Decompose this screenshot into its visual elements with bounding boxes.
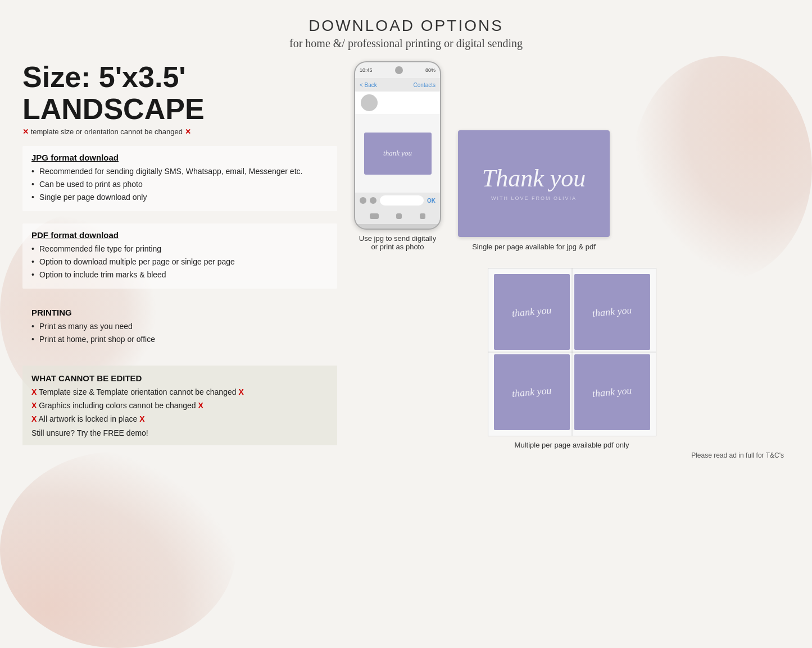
phone-nav-bar: < Back Contacts xyxy=(355,78,440,92)
phone-heart-icon xyxy=(396,213,402,219)
printing-bullet-2: Print at home, print shop or office xyxy=(31,334,328,345)
right-top-row: 10:45 80% < Back Contacts xyxy=(354,61,790,251)
page-subtitle: for home &/ professional printing or dig… xyxy=(22,37,790,50)
cannot-change-text: template size or orientation cannot be c… xyxy=(31,127,183,136)
phone-home-icon xyxy=(370,213,379,219)
x-mark-7: X xyxy=(31,414,37,423)
phone-bottom-icons xyxy=(355,208,440,224)
size-heading: Size: 5'x3.5' LANDSCAPE xyxy=(22,61,337,125)
pdf-bullet-2: Option to download multiple per page or … xyxy=(31,256,328,268)
mini-card-1: thank you xyxy=(494,274,570,350)
x-mark-2: ✕ xyxy=(185,127,191,136)
printing-section: PRINTING Print as many as you need Print… xyxy=(22,301,337,353)
cannot-edit-text-2: Graphics including colors cannot be chan… xyxy=(39,401,196,410)
x-mark-5: X xyxy=(31,401,37,410)
phone-caption: Use jpg to send digitally or print as ph… xyxy=(359,234,436,251)
phone-back-label: < Back xyxy=(360,82,377,88)
cannot-edit-item-1: X Template size & Template orientation c… xyxy=(31,386,328,398)
multi-cards-caption: Multiple per page available pdf only xyxy=(515,441,629,449)
x-mark-4: X xyxy=(238,387,243,396)
page-title: DOWNLOAD OPTIONS xyxy=(22,17,790,35)
cannot-edit-item-3: X All artwork is locked in place X xyxy=(31,413,328,425)
phone-message-field[interactable] xyxy=(380,195,424,206)
x-mark-8: X xyxy=(139,414,144,423)
jpg-bullet-1: Recommended for sending digitally SMS, W… xyxy=(31,166,328,177)
phone-caption-line2: or print as photo xyxy=(371,243,424,251)
phone-camera-icon xyxy=(360,197,366,204)
single-card-subtitle: WITH LOVE FROM OLIVIA xyxy=(491,195,577,201)
jpg-section-title: JPG format download xyxy=(31,153,328,162)
cannot-edit-title: WHAT CANNOT BE EDITED xyxy=(31,373,328,383)
phone-card-preview: thank you xyxy=(364,133,432,175)
phone-share-icon xyxy=(420,213,425,219)
mini-card-text-4: thank you xyxy=(592,385,632,400)
cannot-edit-section: WHAT CANNOT BE EDITED X Template size & … xyxy=(22,366,337,445)
phone-input-bar: OK xyxy=(355,193,440,208)
single-card-preview: Thank you WITH LOVE FROM OLIVIA xyxy=(458,130,610,237)
single-card-caption: Single per page available for jpg & pdf xyxy=(472,243,596,251)
pdf-bullet-list: Recommended file type for printing Optio… xyxy=(31,243,328,281)
multi-cards-container: thank you thank you thank you thank you … xyxy=(354,268,790,459)
jpg-bullet-list: Recommended for sending digitally SMS, W… xyxy=(31,166,328,203)
phone-battery: 80% xyxy=(425,67,436,73)
phone-contact-area xyxy=(355,92,440,114)
mini-card-4: thank you xyxy=(574,354,650,430)
jpg-bullet-2: Can be used to print as photo xyxy=(31,179,328,190)
phone-avatar-icon xyxy=(395,66,403,74)
printing-bullet-list: Print as many as you need Print at home,… xyxy=(31,321,328,345)
phone-card-text: thank you xyxy=(383,149,412,158)
phone-caption-line1: Use jpg to send digitally xyxy=(359,234,436,243)
x-mark-6: X xyxy=(198,401,203,410)
cannot-edit-text-1: Template size & Template orientation can… xyxy=(39,387,237,396)
phone-mockup: 10:45 80% < Back Contacts xyxy=(354,61,441,230)
multi-cards-sheet: thank you thank you thank you thank you xyxy=(488,268,656,436)
cannot-edit-text-3: All artwork is locked in place xyxy=(38,414,137,423)
mini-card-3: thank you xyxy=(494,354,570,430)
jpg-bullet-3: Single per page download only xyxy=(31,191,328,203)
phone-mockup-container: 10:45 80% < Back Contacts xyxy=(354,61,441,251)
mini-card-text-3: thank you xyxy=(511,385,552,400)
phone-time: 10:45 xyxy=(360,67,373,73)
tc-note: Please read ad in full for T&C's xyxy=(354,451,790,459)
pdf-bullet-3: Option to include trim marks & bleed xyxy=(31,269,328,281)
header: DOWNLOAD OPTIONS for home &/ professiona… xyxy=(22,11,790,50)
page-content: DOWNLOAD OPTIONS for home &/ professiona… xyxy=(0,0,812,471)
contact-avatar xyxy=(361,94,378,111)
right-column: 10:45 80% < Back Contacts xyxy=(354,61,790,459)
mini-card-2: thank you xyxy=(574,274,650,350)
jpg-section: JPG format download Recommended for send… xyxy=(22,146,337,211)
floral-decoration-bottom-left xyxy=(0,451,236,648)
mini-card-text-2: thank you xyxy=(592,304,632,320)
single-card-container: Thank you WITH LOVE FROM OLIVIA Single p… xyxy=(458,130,610,251)
phone-chat-area: thank you xyxy=(355,114,440,193)
free-demo-text: Still unsure? Try the FREE demo! xyxy=(31,428,328,437)
printing-title: PRINTING xyxy=(31,308,328,317)
phone-emoji-icon xyxy=(370,197,376,204)
pdf-bullet-1: Recommended file type for printing xyxy=(31,243,328,255)
cannot-change-line: ✕ template size or orientation cannot be… xyxy=(22,127,337,136)
phone-top-bar: 10:45 80% xyxy=(355,62,440,78)
left-column: Size: 5'x3.5' LANDSCAPE ✕ template size … xyxy=(22,61,337,450)
phone-contacts-label: Contacts xyxy=(414,82,436,88)
pdf-section: PDF format download Recommended file typ… xyxy=(22,223,337,289)
cannot-edit-item-2: X Graphics including colors cannot be ch… xyxy=(31,400,328,412)
single-card-thank-text: Thank you xyxy=(482,166,586,191)
x-mark-1: ✕ xyxy=(22,127,29,136)
phone-ok-button[interactable]: OK xyxy=(427,198,436,204)
printing-bullet-1: Print as many as you need xyxy=(31,321,328,332)
x-mark-3: X xyxy=(31,387,37,396)
mini-card-text-1: thank you xyxy=(511,304,552,320)
pdf-section-title: PDF format download xyxy=(31,230,328,240)
main-layout: Size: 5'x3.5' LANDSCAPE ✕ template size … xyxy=(22,61,790,459)
